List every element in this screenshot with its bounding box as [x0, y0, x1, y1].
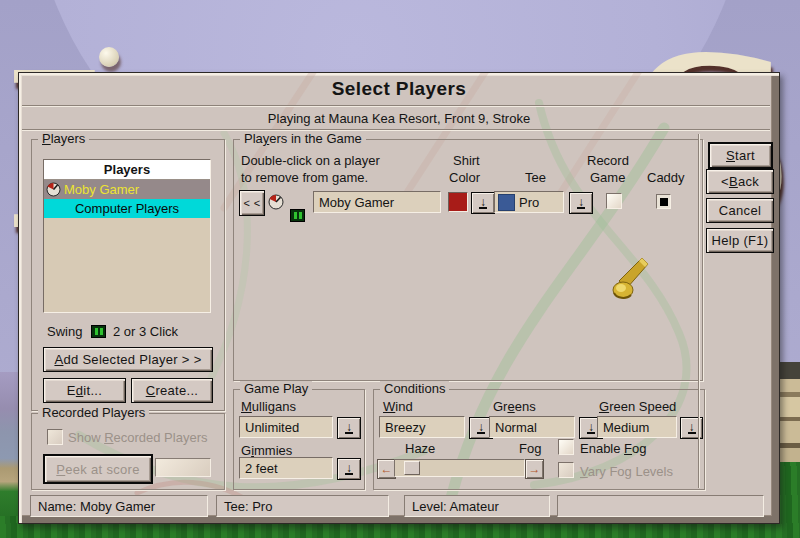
vary-fog-levels-label: Vary Fog Levels [580, 464, 673, 479]
shirt-color-dropdown-button[interactable]: ↓ [471, 192, 495, 214]
dropdown-arrow-icon: ↓ [345, 423, 353, 434]
logo-golfball-dot [99, 47, 119, 67]
create-button[interactable]: Create... [131, 378, 213, 403]
players-in-game-group-label: Players in the Game [240, 131, 366, 146]
swing-label: Swing [47, 324, 82, 339]
swing-value: 2 or 3 Click [113, 324, 178, 339]
players-list-header: Players [44, 160, 210, 180]
recorded-players-group-label: Recorded Players [38, 405, 149, 420]
add-selected-player-button[interactable]: Add Selected Player > > [43, 347, 213, 372]
instruction-line1: Double-click on a player [241, 153, 380, 168]
cancel-button[interactable]: Cancel [706, 198, 774, 223]
players-listbox[interactable]: Players Moby Gamer Computer Players [43, 159, 211, 313]
status-extra [557, 495, 764, 517]
help-button[interactable]: Help (F1) [706, 228, 774, 253]
list-item-label: Computer Players [75, 201, 179, 216]
haze-label: Haze [405, 441, 435, 456]
green-speed-label: Green Speed [599, 399, 676, 414]
tee-combo[interactable]: Pro [494, 191, 564, 213]
course-subtitle: Playing at Mauna Kea Resort, Front 9, St… [19, 111, 779, 126]
gimmies-combo[interactable]: 2 feet [239, 457, 333, 479]
list-item-label: Moby Gamer [64, 182, 139, 197]
enable-fog-checkbox[interactable] [558, 439, 574, 455]
conditions-group-label: Conditions [380, 381, 449, 396]
col-caddy: Caddy [647, 170, 685, 185]
dropdown-arrow-icon: ↓ [345, 464, 353, 475]
green-speed-combo[interactable]: Medium [597, 416, 677, 438]
show-recorded-players-label: Show Recorded Players [68, 430, 207, 445]
col-game: Game [590, 170, 625, 185]
haze-slider-right-arrow[interactable]: → [525, 459, 544, 479]
dropdown-arrow-icon: ↓ [477, 423, 485, 434]
haze-slider-track[interactable] [394, 459, 525, 477]
gimmies-dropdown-button[interactable]: ↓ [337, 458, 361, 480]
fog-label: Fog [519, 441, 541, 456]
subtitle-divider [22, 129, 770, 131]
show-recorded-players-checkbox [47, 429, 63, 445]
left-arrow-icon: ← [381, 463, 393, 475]
gimmies-label: Gimmies [241, 443, 292, 458]
tee-value: Pro [519, 195, 539, 210]
vary-fog-levels-checkbox [558, 462, 574, 478]
shirt-color-swatch[interactable] [448, 192, 468, 212]
col-tee: Tee [525, 170, 546, 185]
status-name: Name: Moby Gamer [30, 495, 208, 517]
instruction-line2: to remove from game. [241, 170, 368, 185]
tee-dropdown-button[interactable]: ↓ [569, 192, 593, 214]
start-button[interactable]: Start [708, 142, 773, 169]
wind-combo[interactable]: Breezy [379, 416, 465, 438]
wind-label: Wind [383, 399, 413, 414]
dropdown-arrow-icon: ↓ [577, 198, 585, 209]
enable-fog-label: Enable Fog [580, 441, 647, 456]
col-shirt: Shirt [453, 153, 480, 168]
page-title: Select Players [19, 78, 779, 100]
select-players-dialog: Select Players Playing at Mauna Kea Reso… [18, 72, 780, 524]
col-color: Color [449, 170, 480, 185]
status-tee: Tee: Pro [216, 495, 389, 517]
haze-slider-thumb[interactable] [404, 461, 420, 475]
realtime-swing-gauge-icon [46, 182, 61, 197]
mulligans-label: Mulligans [241, 399, 296, 414]
edit-button[interactable]: Edit... [43, 378, 126, 403]
peek-score-field [155, 458, 211, 477]
status-level: Level: Amateur [404, 495, 550, 517]
player-name-field[interactable]: Moby Gamer [313, 191, 441, 213]
remove-player-button[interactable]: < < [239, 190, 265, 216]
background-coastline [0, 372, 18, 538]
greens-label: Greens [493, 399, 536, 414]
peek-at-score-button: Peek at score [43, 454, 153, 484]
dropdown-arrow-icon: ↓ [587, 423, 595, 434]
list-item-moby-gamer[interactable]: Moby Gamer [44, 180, 210, 199]
right-arrow-icon: → [529, 463, 541, 475]
greens-combo[interactable]: Normal [489, 416, 575, 438]
swing-type-icon [91, 325, 106, 338]
players-group-label: Players [38, 131, 89, 146]
tee-color-swatch [498, 194, 515, 211]
dropdown-arrow-icon: ↓ [688, 423, 696, 434]
mulligans-dropdown-button[interactable]: ↓ [337, 417, 361, 439]
title-divider [22, 105, 770, 107]
record-game-checkbox[interactable] [606, 193, 622, 209]
realtime-swing-gauge-icon [268, 194, 284, 210]
list-item-computer-players[interactable]: Computer Players [44, 199, 210, 218]
swing-type-icon [290, 209, 305, 222]
button-column-divider [698, 134, 700, 488]
back-button[interactable]: < Back [706, 169, 774, 194]
caddy-checkbox[interactable] [656, 194, 671, 209]
game-play-group-label: Game Play [240, 381, 312, 396]
mulligans-combo[interactable]: Unlimited [239, 416, 333, 438]
col-record: Record [587, 153, 629, 168]
dropdown-arrow-icon: ↓ [479, 198, 487, 209]
